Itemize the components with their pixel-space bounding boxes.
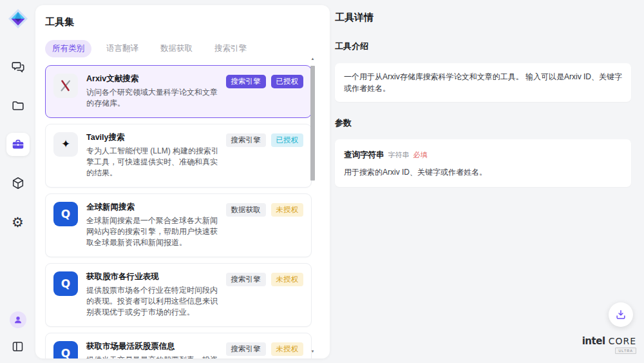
scrollbar: ▲ ▼ xyxy=(310,57,316,355)
tool-category-badge: 数据获取 xyxy=(226,203,266,217)
app-logo xyxy=(7,8,29,30)
app-window: ⚙ 工具集 所有类别 语言翻译 数据获取 搜索引擎 xyxy=(0,0,644,363)
q-search-icon: Q xyxy=(61,208,70,221)
tool-card[interactable]: Q 获取股市各行业表现 提供股票市场各个行业在特定时间段内的表现。投资者可以利用… xyxy=(45,263,312,327)
intro-heading: 工具介绍 xyxy=(335,41,631,52)
tool-auth-badge: 已授权 xyxy=(271,75,304,88)
tool-name: 获取股市各行业表现 xyxy=(86,271,220,282)
tool-list: Arxiv文献搜索 访问各个研究领域大量科学论文和文章的存储库。 搜索引擎 已授… xyxy=(45,65,312,358)
icon-rail: ⚙ xyxy=(0,0,35,363)
rail-nav: ⚙ xyxy=(6,55,30,233)
param-required-badge: 必填 xyxy=(413,151,428,159)
tool-desc: 提供股票市场各个行业在特定时间段内的表现。投资者可以利用这些信息来识别表现优于或… xyxy=(86,285,220,319)
diamond-logo-icon xyxy=(8,9,28,28)
tool-desc: 全球新闻搜索是一个聚合全球各大新闻网站内容的搜索引擎，帮助用户快速获取全球最新资… xyxy=(86,215,220,249)
tool-name: Tavily搜索 xyxy=(86,132,220,143)
tool-name: 获取市场最活跃股票信息 xyxy=(86,341,220,352)
tool-auth-badge: 已授权 xyxy=(271,133,304,147)
param-desc: 用于搜索的Arxiv ID、关键字或作者姓名。 xyxy=(344,167,622,178)
tool-auth-badge: 未授权 xyxy=(271,342,304,356)
tool-desc: 访问各个研究领域大量科学论文和文章的存储库。 xyxy=(86,87,220,110)
params-heading: 参数 xyxy=(335,117,631,129)
tool-category-badge: 搜索引擎 xyxy=(226,133,266,147)
tab-search-engine[interactable]: 搜索引擎 xyxy=(207,40,254,57)
tool-card[interactable]: ✦ Tavily搜索 专为人工智能代理 (LLM) 构建的搜索引擎工具，可快速提… xyxy=(45,124,312,188)
download-icon xyxy=(614,308,627,321)
intel-brand-text: intel xyxy=(582,335,605,347)
q-search-icon: Q xyxy=(61,347,70,358)
download-button[interactable] xyxy=(609,302,633,327)
tab-data-fetch[interactable]: 数据获取 xyxy=(153,40,200,57)
tool-collection-panel: 工具集 所有类别 语言翻译 数据获取 搜索引擎 Arxiv文献搜索 访问各个研究… xyxy=(35,5,330,358)
tool-desc: 提供当天交易量最高的股票列表，投资者可以利用这些信息来识别流动性强的股票和潜在的… xyxy=(86,355,220,358)
scroll-down-arrow[interactable]: ▼ xyxy=(310,349,316,353)
tool-desc: 专为人工智能代理 (LLM) 构建的搜索引擎工具，可快速提供实时、准确和真实的结… xyxy=(86,146,220,179)
tool-category-badge: 搜索引擎 xyxy=(226,342,266,356)
tool-category-badge: 搜索引擎 xyxy=(226,75,266,88)
tool-card[interactable]: Arxiv文献搜索 访问各个研究领域大量科学论文和文章的存储库。 搜索引擎 已授… xyxy=(45,65,312,118)
tool-name: 全球新闻搜索 xyxy=(86,202,220,213)
tool-card[interactable]: Q 全球新闻搜索 全球新闻搜索是一个聚合全球各大新闻网站内容的搜索引擎，帮助用户… xyxy=(45,193,312,257)
tool-icon xyxy=(53,74,78,98)
param-type: 字符串 xyxy=(388,151,410,159)
cube-icon[interactable] xyxy=(6,172,30,195)
category-tabs: 所有类别 语言翻译 数据获取 搜索引擎 xyxy=(45,40,330,57)
folder-icon[interactable] xyxy=(6,94,30,117)
tool-name: Arxiv文献搜索 xyxy=(86,74,220,84)
rail-bottom xyxy=(0,311,35,355)
tavily-star-icon: ✦ xyxy=(61,137,70,151)
toolbox-icon[interactable] xyxy=(6,133,30,156)
param-name: 查询字符串 xyxy=(344,150,384,159)
page-title: 工具集 xyxy=(45,16,330,28)
scrollbar-thumb[interactable] xyxy=(310,66,315,181)
scroll-up-arrow[interactable]: ▲ xyxy=(310,57,316,61)
tool-icon: Q xyxy=(53,271,78,296)
tool-category-badge: 搜索引擎 xyxy=(226,273,266,286)
tool-details-panel: 工具详情 工具介绍 一个用于从Arxiv存储库搜索科学论文和文章的工具。 输入可… xyxy=(330,0,644,363)
intel-ultra-badge: ULTRA xyxy=(615,348,636,354)
tool-icon: Q xyxy=(53,202,78,226)
tool-icon: ✦ xyxy=(53,132,78,157)
panel-layout-icon[interactable] xyxy=(9,337,27,355)
details-title: 工具详情 xyxy=(335,12,631,24)
settings-gear-icon[interactable]: ⚙ xyxy=(6,210,30,233)
tab-language-translation[interactable]: 语言翻译 xyxy=(99,40,146,57)
q-search-icon: Q xyxy=(61,277,70,290)
user-avatar[interactable] xyxy=(10,311,26,328)
intro-card: 一个用于从Arxiv存储库搜索科学论文和文章的工具。 输入可以是Arxiv ID… xyxy=(335,63,631,102)
tool-card[interactable]: Q 获取市场最活跃股票信息 提供当天交易量最高的股票列表，投资者可以利用这些信息… xyxy=(45,333,312,358)
tool-icon: Q xyxy=(53,341,78,358)
tab-all-categories[interactable]: 所有类别 xyxy=(45,40,91,57)
arxiv-icon xyxy=(58,78,73,93)
intel-core-logo: intel CORE ULTRA xyxy=(582,336,636,354)
param-card: 查询字符串字符串必填 用于搜索的Arxiv ID、关键字或作者姓名。 xyxy=(335,139,631,187)
tool-auth-badge: 未授权 xyxy=(271,203,304,217)
chat-icon[interactable] xyxy=(6,55,30,79)
core-brand-text: CORE xyxy=(609,336,636,346)
tool-auth-badge: 未授权 xyxy=(271,273,304,286)
